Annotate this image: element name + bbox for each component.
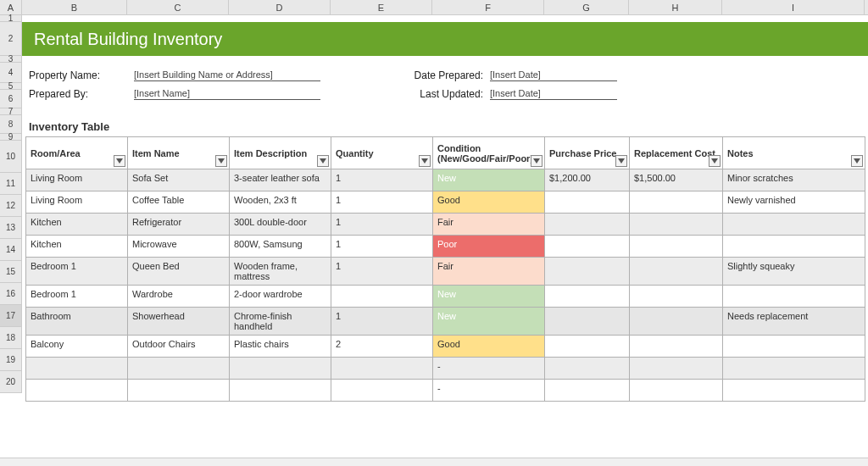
row-header-3[interactable]: 3 xyxy=(0,56,22,63)
column-header-D[interactable]: D xyxy=(229,0,331,14)
cell-item[interactable]: Coffee Table xyxy=(128,191,230,214)
table-row[interactable]: Living RoomSofa Set3-seater leather sofa… xyxy=(26,169,865,191)
cell-item[interactable]: Outdoor Chairs xyxy=(128,336,230,358)
cell-price[interactable] xyxy=(545,258,630,286)
property-name-input[interactable]: [Insert Building Name or Address] xyxy=(134,69,320,81)
cell-notes[interactable] xyxy=(723,358,865,380)
column-header-F[interactable]: F xyxy=(432,0,544,14)
cell-desc[interactable] xyxy=(230,380,331,402)
last-updated-input[interactable]: [Insert Date] xyxy=(490,88,617,100)
cell-repl[interactable]: $1,500.00 xyxy=(630,169,723,191)
filter-dropdown-icon[interactable] xyxy=(615,155,627,167)
cell-item[interactable] xyxy=(128,380,230,402)
cell-desc[interactable]: 3-seater leather sofa xyxy=(230,169,331,191)
cell-desc[interactable]: 800W, Samsung xyxy=(230,236,331,258)
cell-price[interactable]: $1,200.00 xyxy=(545,169,630,191)
cell-item[interactable]: Microwave xyxy=(128,236,230,258)
cell-price[interactable] xyxy=(545,380,630,402)
cell-price[interactable] xyxy=(545,336,630,358)
cell-cond[interactable]: New xyxy=(433,169,545,191)
cell-cond[interactable]: Good xyxy=(433,336,545,358)
column-header-notes[interactable]: Notes xyxy=(723,137,865,169)
table-row[interactable]: Bedroom 1Wardrobe2-door wardrobeNew xyxy=(26,286,865,308)
cell-cond[interactable]: Good xyxy=(433,191,545,214)
date-prepared-input[interactable]: [Insert Date] xyxy=(490,69,617,81)
filter-dropdown-icon[interactable] xyxy=(317,155,329,167)
cell-qty[interactable]: 2 xyxy=(331,336,433,358)
filter-dropdown-icon[interactable] xyxy=(114,155,125,167)
cell-room[interactable] xyxy=(26,358,128,380)
cell-repl[interactable] xyxy=(630,214,723,236)
filter-dropdown-icon[interactable] xyxy=(419,155,431,167)
cell-room[interactable]: Living Room xyxy=(26,169,128,191)
cell-room[interactable] xyxy=(26,380,128,402)
cell-cond[interactable]: - xyxy=(433,380,545,402)
cell-room[interactable]: Kitchen xyxy=(26,236,128,258)
filter-dropdown-icon[interactable] xyxy=(851,155,863,167)
row-header-column[interactable]: 1234567891011121314151617181920 xyxy=(0,15,22,393)
cell-qty[interactable]: 1 xyxy=(331,236,433,258)
column-header-H[interactable]: H xyxy=(629,0,722,14)
filter-dropdown-icon[interactable] xyxy=(215,155,227,167)
prepared-by-input[interactable]: [Insert Name] xyxy=(134,88,320,100)
cell-room[interactable]: Bedroom 1 xyxy=(26,258,128,286)
cell-repl[interactable] xyxy=(630,358,723,380)
column-header-G[interactable]: G xyxy=(544,0,629,14)
cell-cond[interactable]: Fair xyxy=(433,258,545,286)
cell-qty[interactable] xyxy=(331,286,433,308)
row-header-19[interactable]: 19 xyxy=(0,349,22,371)
cell-repl[interactable] xyxy=(630,236,723,258)
cell-price[interactable] xyxy=(545,358,630,380)
cell-price[interactable] xyxy=(545,286,630,308)
filter-dropdown-icon[interactable] xyxy=(531,155,542,167)
cell-room[interactable]: Balcony xyxy=(26,336,128,358)
cell-desc[interactable]: 2-door wardrobe xyxy=(230,286,331,308)
cell-repl[interactable] xyxy=(630,286,723,308)
cell-qty[interactable] xyxy=(331,380,433,402)
table-row[interactable]: KitchenRefrigerator300L double-door1Fair xyxy=(26,214,865,236)
cell-desc[interactable]: Plastic chairs xyxy=(230,336,331,358)
cell-repl[interactable] xyxy=(630,308,723,336)
table-row[interactable]: BalconyOutdoor ChairsPlastic chairs2Good xyxy=(26,336,865,358)
row-header-13[interactable]: 13 xyxy=(0,217,22,239)
cell-item[interactable]: Sofa Set xyxy=(128,169,230,191)
cell-notes[interactable] xyxy=(723,236,865,258)
cell-repl[interactable] xyxy=(630,336,723,358)
cell-room[interactable]: Bedroom 1 xyxy=(26,286,128,308)
cell-repl[interactable] xyxy=(630,191,723,214)
column-header-E[interactable]: E xyxy=(331,0,432,14)
cell-cond[interactable]: Poor xyxy=(433,236,545,258)
column-header-I[interactable]: I xyxy=(722,0,865,14)
inventory-table[interactable]: Room/AreaItem NameItem DescriptionQuanti… xyxy=(25,136,865,402)
row-header-9[interactable]: 9 xyxy=(0,134,22,141)
cell-item[interactable]: Wardrobe xyxy=(128,286,230,308)
row-header-10[interactable]: 10 xyxy=(0,141,22,173)
column-header-repl[interactable]: Replacement Cost xyxy=(630,137,723,169)
cell-cond[interactable]: - xyxy=(433,358,545,380)
column-header-room[interactable]: Room/Area xyxy=(26,137,128,169)
cell-qty[interactable] xyxy=(331,358,433,380)
cell-qty[interactable]: 1 xyxy=(331,169,433,191)
column-header-cond[interactable]: Condition (New/Good/Fair/Poor) xyxy=(433,137,545,169)
cell-desc[interactable] xyxy=(230,358,331,380)
cell-item[interactable]: Showerhead xyxy=(128,308,230,336)
cell-qty[interactable]: 1 xyxy=(331,258,433,286)
cell-notes[interactable]: Needs replacement xyxy=(723,308,865,336)
column-header-qty[interactable]: Quantity xyxy=(331,137,433,169)
cell-notes[interactable]: Newly varnished xyxy=(723,191,865,214)
table-row[interactable]: KitchenMicrowave800W, Samsung1Poor xyxy=(26,236,865,258)
cell-price[interactable] xyxy=(545,236,630,258)
column-header-row[interactable]: ABCDEFGHI xyxy=(0,0,868,15)
row-header-12[interactable]: 12 xyxy=(0,195,22,217)
cell-cond[interactable]: New xyxy=(433,286,545,308)
cell-cond[interactable]: New xyxy=(433,308,545,336)
cell-notes[interactable]: Slightly squeaky xyxy=(723,258,865,286)
cell-price[interactable] xyxy=(545,308,630,336)
table-row[interactable]: Bedroom 1Queen BedWooden frame, mattress… xyxy=(26,258,865,286)
filter-dropdown-icon[interactable] xyxy=(709,155,721,167)
cell-cond[interactable]: Fair xyxy=(433,214,545,236)
cell-item[interactable] xyxy=(128,358,230,380)
row-header-8[interactable]: 8 xyxy=(0,115,22,134)
cell-notes[interactable]: Minor scratches xyxy=(723,169,865,191)
cell-qty[interactable]: 1 xyxy=(331,191,433,214)
